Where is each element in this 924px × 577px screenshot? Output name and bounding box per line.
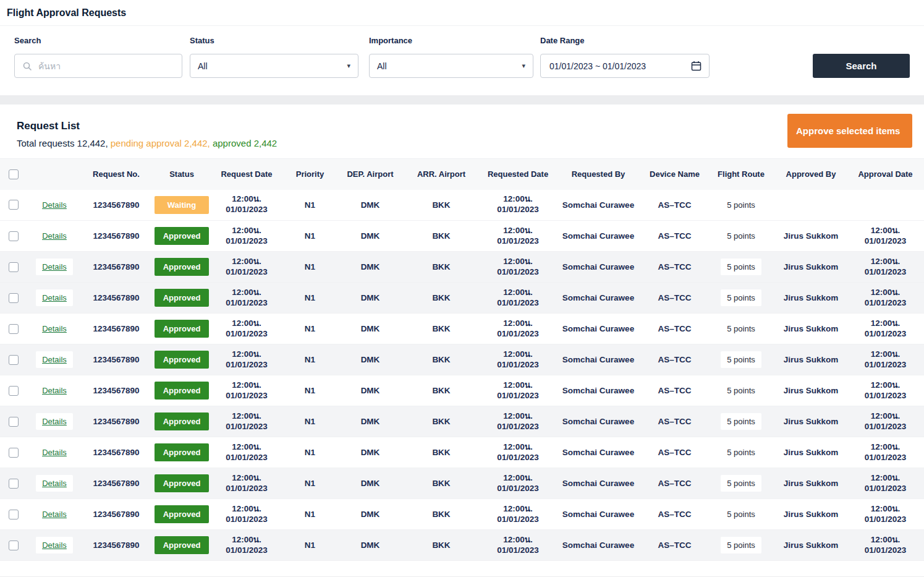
arr-airport: BKK <box>432 262 450 271</box>
status-select[interactable]: All ▾ <box>190 54 358 78</box>
flight-route: 5 points <box>727 479 755 488</box>
device-name: AS–TCC <box>658 200 691 210</box>
dep-airport: DMK <box>361 448 380 457</box>
table-row: Details 1234567890 Approved 12:00น.01/01… <box>0 468 924 499</box>
approve-selected-button[interactable]: Approve selected items <box>787 114 912 148</box>
request-list-title: Request List <box>17 120 907 132</box>
date-range-filter-group: Date Range <box>540 36 710 78</box>
request-list-summary: Total requests 12,442, pending approval … <box>17 138 907 148</box>
date-range-input-wrapper <box>540 54 710 78</box>
calendar-icon[interactable] <box>691 61 701 71</box>
header-arr-airport: ARR. Airport <box>401 159 481 190</box>
top-bar: Flight Approval Requests <box>0 0 924 26</box>
dep-airport: DMK <box>361 293 380 302</box>
status-select-value: All <box>198 61 208 71</box>
arr-airport: BKK <box>432 293 450 302</box>
device-name: AS–TCC <box>658 293 691 302</box>
importance-select[interactable]: All ▾ <box>369 54 533 78</box>
priority: N1 <box>305 386 315 395</box>
arr-airport: BKK <box>432 479 450 488</box>
status-badge: Approved <box>155 382 209 400</box>
priority: N1 <box>305 262 315 271</box>
dep-airport: DMK <box>361 417 380 426</box>
status-badge: Approved <box>155 227 209 245</box>
row-checkbox[interactable] <box>9 386 19 396</box>
priority: N1 <box>305 510 315 519</box>
details-link[interactable]: Details <box>42 200 67 210</box>
details-link[interactable]: Details <box>42 324 67 333</box>
arr-airport: BKK <box>432 355 450 364</box>
details-link[interactable]: Details <box>42 231 67 241</box>
details-link[interactable]: Details <box>42 479 67 488</box>
requested-date: 12:00น.01/01/2023 <box>483 442 553 463</box>
arr-airport: BKK <box>432 386 450 395</box>
approved-by: Jirus Sukkom <box>784 386 839 395</box>
device-name: AS–TCC <box>658 262 691 271</box>
approved-by: Jirus Sukkom <box>784 293 839 302</box>
search-input[interactable] <box>37 61 174 72</box>
row-checkbox[interactable] <box>9 293 19 303</box>
requested-date: 12:00น.01/01/2023 <box>483 226 553 247</box>
flight-route: 5 points <box>727 293 755 302</box>
details-link[interactable]: Details <box>42 386 67 395</box>
dep-airport: DMK <box>361 324 380 333</box>
details-link[interactable]: Details <box>42 262 67 271</box>
table-row: Details 1234567890 Approved 12:00น.01/01… <box>0 499 924 530</box>
approval-date: 12:00น.01/01/2023 <box>849 473 922 494</box>
status-badge: Waiting <box>155 196 209 214</box>
arr-airport: BKK <box>432 417 450 426</box>
importance-filter-group: Importance All ▾ <box>369 36 533 78</box>
flight-route: 5 points <box>727 386 755 395</box>
row-checkbox[interactable] <box>9 479 19 489</box>
approved-by: Jirus Sukkom <box>784 231 839 241</box>
request-no: 1234567890 <box>93 479 139 488</box>
search-button[interactable]: Search <box>813 54 910 78</box>
status-badge: Approved <box>155 351 209 369</box>
row-checkbox[interactable] <box>9 231 19 241</box>
request-date: 12:00น.01/01/2023 <box>214 318 279 340</box>
requested-date: 12:00น.01/01/2023 <box>483 318 553 340</box>
header-priority: Priority <box>281 159 339 190</box>
requested-by: Somchai Curawee <box>562 293 634 302</box>
row-checkbox[interactable] <box>9 262 19 272</box>
row-checkbox[interactable] <box>9 324 19 334</box>
status-badge: Approved <box>155 412 209 430</box>
row-checkbox[interactable] <box>9 355 19 365</box>
requested-by: Somchai Curawee <box>562 479 634 488</box>
details-link[interactable]: Details <box>42 448 67 457</box>
status-badge: Approved <box>155 443 209 461</box>
chevron-down-icon: ▾ <box>347 62 350 70</box>
row-checkbox[interactable] <box>9 541 19 550</box>
table-row: Details 1234567890 Approved 12:00น.01/01… <box>0 406 924 437</box>
priority: N1 <box>305 448 315 457</box>
table-row: Details 1234567890 Approved 12:00น.01/01… <box>0 344 924 375</box>
flight-route: 5 points <box>727 417 755 426</box>
details-link[interactable]: Details <box>42 541 67 550</box>
approved-by: Jirus Sukkom <box>784 479 839 488</box>
device-name: AS–TCC <box>658 355 691 364</box>
request-list-panel: Request List Total requests 12,442, pend… <box>0 105 924 576</box>
search-field-wrapper <box>14 54 182 78</box>
request-no: 1234567890 <box>93 448 139 457</box>
requested-by: Somchai Curawee <box>562 386 634 395</box>
filter-panel: Search Status All ▾ Importance All ▾ <box>0 26 924 95</box>
row-checkbox[interactable] <box>9 417 19 427</box>
row-checkbox[interactable] <box>9 510 19 519</box>
approved-by: Jirus Sukkom <box>784 448 839 457</box>
approval-date: 12:00น.01/01/2023 <box>849 535 922 556</box>
importance-label: Importance <box>369 36 533 45</box>
device-name: AS–TCC <box>658 386 691 395</box>
priority: N1 <box>305 417 315 426</box>
date-range-input[interactable] <box>548 61 691 72</box>
table-row: Details 1234567890 Approved 12:00น.01/01… <box>0 221 924 252</box>
table-row: Details 1234567890 Waiting 12:00น.01/01/… <box>0 190 924 221</box>
details-link[interactable]: Details <box>42 417 67 426</box>
details-link[interactable]: Details <box>42 355 67 364</box>
select-all-checkbox[interactable] <box>9 169 19 179</box>
row-checkbox[interactable] <box>9 448 19 458</box>
details-link[interactable]: Details <box>42 293 67 302</box>
details-link[interactable]: Details <box>42 510 67 519</box>
priority: N1 <box>305 231 315 241</box>
row-checkbox[interactable] <box>9 200 19 210</box>
request-no: 1234567890 <box>93 324 139 333</box>
